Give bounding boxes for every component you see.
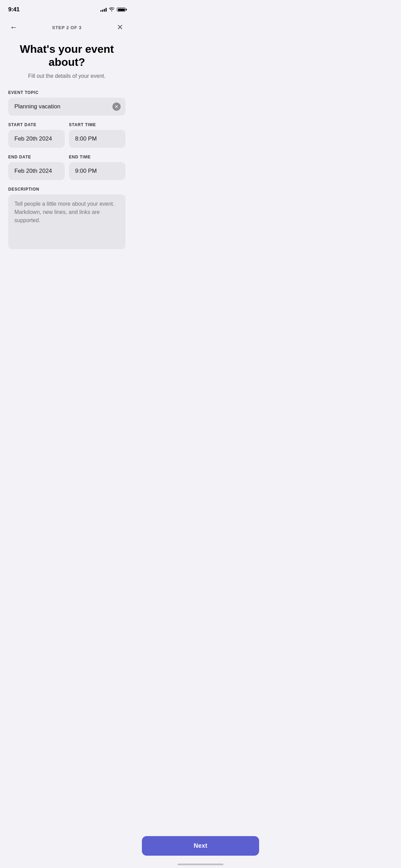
wifi-icon <box>109 7 114 12</box>
event-topic-input[interactable] <box>8 98 125 116</box>
end-time-group: END TIME <box>69 155 125 180</box>
end-date-group: END DATE <box>8 155 65 180</box>
event-topic-group: EVENT TOPIC ✕ <box>8 90 125 116</box>
end-time-label: END TIME <box>69 155 125 159</box>
back-button[interactable]: ← <box>7 21 21 34</box>
status-icons <box>100 7 125 12</box>
back-arrow-icon: ← <box>10 24 17 31</box>
event-topic-label: EVENT TOPIC <box>8 90 125 95</box>
battery-icon <box>117 8 125 12</box>
nav-header: ← STEP 2 OF 3 ✕ <box>0 16 134 40</box>
signal-bars-icon <box>100 8 107 12</box>
close-icon: ✕ <box>117 24 123 31</box>
status-bar: 9:41 <box>0 0 134 16</box>
start-time-label: START TIME <box>69 122 125 127</box>
start-date-label: START DATE <box>8 122 65 127</box>
spacer <box>8 257 125 319</box>
end-time-input[interactable] <box>69 162 125 180</box>
topic-clear-button[interactable]: ✕ <box>112 103 121 111</box>
start-date-group: START DATE <box>8 122 65 148</box>
content-area: What's your event about? Fill out the de… <box>0 40 134 319</box>
description-textarea[interactable] <box>8 194 125 249</box>
close-button[interactable]: ✕ <box>113 21 127 34</box>
status-time: 9:41 <box>8 6 20 13</box>
description-label: DESCRIPTION <box>8 187 125 192</box>
start-time-group: START TIME <box>69 122 125 148</box>
topic-wrapper: ✕ <box>8 98 125 116</box>
page-title: What's your event about? <box>8 43 125 69</box>
start-row: START DATE START TIME <box>8 122 125 148</box>
end-row: END DATE END TIME <box>8 155 125 180</box>
start-date-input[interactable] <box>8 130 65 148</box>
end-date-input[interactable] <box>8 162 65 180</box>
step-label: STEP 2 OF 3 <box>52 25 82 30</box>
description-group: DESCRIPTION <box>8 187 125 251</box>
end-date-label: END DATE <box>8 155 65 159</box>
start-time-input[interactable] <box>69 130 125 148</box>
page-subtitle: Fill out the details of your event. <box>8 73 125 79</box>
